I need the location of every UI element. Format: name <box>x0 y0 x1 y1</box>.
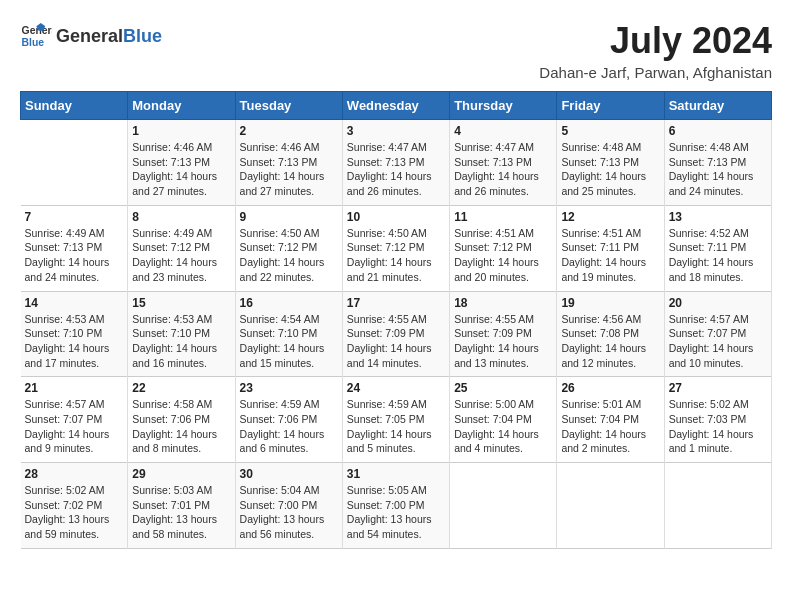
day-header-thursday: Thursday <box>450 92 557 120</box>
month-year-title: July 2024 <box>539 20 772 62</box>
calendar-week-row: 14Sunrise: 4:53 AM Sunset: 7:10 PM Dayli… <box>21 291 772 377</box>
day-number: 5 <box>561 124 659 138</box>
location-subtitle: Dahan-e Jarf, Parwan, Afghanistan <box>539 64 772 81</box>
day-detail: Sunrise: 5:02 AM Sunset: 7:03 PM Dayligh… <box>669 397 767 456</box>
calendar-cell: 24Sunrise: 4:59 AM Sunset: 7:05 PM Dayli… <box>342 377 449 463</box>
day-number: 19 <box>561 296 659 310</box>
calendar-cell: 2Sunrise: 4:46 AM Sunset: 7:13 PM Daylig… <box>235 120 342 206</box>
day-detail: Sunrise: 4:54 AM Sunset: 7:10 PM Dayligh… <box>240 312 338 371</box>
day-number: 1 <box>132 124 230 138</box>
calendar-cell: 15Sunrise: 4:53 AM Sunset: 7:10 PM Dayli… <box>128 291 235 377</box>
logo-general-text: General <box>56 26 123 47</box>
day-number: 13 <box>669 210 767 224</box>
day-detail: Sunrise: 4:57 AM Sunset: 7:07 PM Dayligh… <box>25 397 124 456</box>
calendar-cell: 10Sunrise: 4:50 AM Sunset: 7:12 PM Dayli… <box>342 205 449 291</box>
day-number: 15 <box>132 296 230 310</box>
calendar-cell <box>450 463 557 549</box>
day-detail: Sunrise: 4:50 AM Sunset: 7:12 PM Dayligh… <box>347 226 445 285</box>
day-detail: Sunrise: 4:48 AM Sunset: 7:13 PM Dayligh… <box>561 140 659 199</box>
calendar-cell: 22Sunrise: 4:58 AM Sunset: 7:06 PM Dayli… <box>128 377 235 463</box>
calendar-cell: 7Sunrise: 4:49 AM Sunset: 7:13 PM Daylig… <box>21 205 128 291</box>
day-detail: Sunrise: 4:53 AM Sunset: 7:10 PM Dayligh… <box>132 312 230 371</box>
day-detail: Sunrise: 4:53 AM Sunset: 7:10 PM Dayligh… <box>25 312 124 371</box>
day-number: 22 <box>132 381 230 395</box>
day-detail: Sunrise: 4:50 AM Sunset: 7:12 PM Dayligh… <box>240 226 338 285</box>
calendar-cell: 25Sunrise: 5:00 AM Sunset: 7:04 PM Dayli… <box>450 377 557 463</box>
day-header-monday: Monday <box>128 92 235 120</box>
day-detail: Sunrise: 4:51 AM Sunset: 7:11 PM Dayligh… <box>561 226 659 285</box>
day-detail: Sunrise: 4:59 AM Sunset: 7:05 PM Dayligh… <box>347 397 445 456</box>
day-number: 18 <box>454 296 552 310</box>
calendar-cell <box>21 120 128 206</box>
day-number: 7 <box>25 210 124 224</box>
calendar-cell: 14Sunrise: 4:53 AM Sunset: 7:10 PM Dayli… <box>21 291 128 377</box>
calendar-cell: 31Sunrise: 5:05 AM Sunset: 7:00 PM Dayli… <box>342 463 449 549</box>
calendar-week-row: 7Sunrise: 4:49 AM Sunset: 7:13 PM Daylig… <box>21 205 772 291</box>
day-number: 21 <box>25 381 124 395</box>
calendar-cell: 30Sunrise: 5:04 AM Sunset: 7:00 PM Dayli… <box>235 463 342 549</box>
calendar-cell: 20Sunrise: 4:57 AM Sunset: 7:07 PM Dayli… <box>664 291 771 377</box>
calendar-table: SundayMondayTuesdayWednesdayThursdayFrid… <box>20 91 772 549</box>
calendar-cell: 29Sunrise: 5:03 AM Sunset: 7:01 PM Dayli… <box>128 463 235 549</box>
day-detail: Sunrise: 5:02 AM Sunset: 7:02 PM Dayligh… <box>25 483 124 542</box>
day-detail: Sunrise: 4:55 AM Sunset: 7:09 PM Dayligh… <box>347 312 445 371</box>
day-number: 12 <box>561 210 659 224</box>
svg-text:Blue: Blue <box>22 37 45 48</box>
day-detail: Sunrise: 4:46 AM Sunset: 7:13 PM Dayligh… <box>240 140 338 199</box>
calendar-cell: 5Sunrise: 4:48 AM Sunset: 7:13 PM Daylig… <box>557 120 664 206</box>
day-detail: Sunrise: 4:58 AM Sunset: 7:06 PM Dayligh… <box>132 397 230 456</box>
logo: General Blue General Blue <box>20 20 162 52</box>
day-number: 11 <box>454 210 552 224</box>
calendar-cell: 17Sunrise: 4:55 AM Sunset: 7:09 PM Dayli… <box>342 291 449 377</box>
day-detail: Sunrise: 5:01 AM Sunset: 7:04 PM Dayligh… <box>561 397 659 456</box>
day-detail: Sunrise: 5:00 AM Sunset: 7:04 PM Dayligh… <box>454 397 552 456</box>
day-number: 16 <box>240 296 338 310</box>
calendar-cell: 6Sunrise: 4:48 AM Sunset: 7:13 PM Daylig… <box>664 120 771 206</box>
calendar-cell: 19Sunrise: 4:56 AM Sunset: 7:08 PM Dayli… <box>557 291 664 377</box>
day-detail: Sunrise: 4:48 AM Sunset: 7:13 PM Dayligh… <box>669 140 767 199</box>
day-number: 23 <box>240 381 338 395</box>
day-detail: Sunrise: 4:51 AM Sunset: 7:12 PM Dayligh… <box>454 226 552 285</box>
day-number: 6 <box>669 124 767 138</box>
calendar-cell: 23Sunrise: 4:59 AM Sunset: 7:06 PM Dayli… <box>235 377 342 463</box>
day-number: 9 <box>240 210 338 224</box>
day-number: 28 <box>25 467 124 481</box>
day-detail: Sunrise: 5:03 AM Sunset: 7:01 PM Dayligh… <box>132 483 230 542</box>
day-header-saturday: Saturday <box>664 92 771 120</box>
day-number: 17 <box>347 296 445 310</box>
day-detail: Sunrise: 4:47 AM Sunset: 7:13 PM Dayligh… <box>454 140 552 199</box>
calendar-cell <box>557 463 664 549</box>
day-number: 30 <box>240 467 338 481</box>
day-header-sunday: Sunday <box>21 92 128 120</box>
calendar-cell: 18Sunrise: 4:55 AM Sunset: 7:09 PM Dayli… <box>450 291 557 377</box>
day-number: 14 <box>25 296 124 310</box>
calendar-cell: 3Sunrise: 4:47 AM Sunset: 7:13 PM Daylig… <box>342 120 449 206</box>
calendar-cell: 1Sunrise: 4:46 AM Sunset: 7:13 PM Daylig… <box>128 120 235 206</box>
calendar-cell: 16Sunrise: 4:54 AM Sunset: 7:10 PM Dayli… <box>235 291 342 377</box>
day-detail: Sunrise: 4:49 AM Sunset: 7:13 PM Dayligh… <box>25 226 124 285</box>
day-detail: Sunrise: 5:05 AM Sunset: 7:00 PM Dayligh… <box>347 483 445 542</box>
calendar-cell: 12Sunrise: 4:51 AM Sunset: 7:11 PM Dayli… <box>557 205 664 291</box>
calendar-cell: 28Sunrise: 5:02 AM Sunset: 7:02 PM Dayli… <box>21 463 128 549</box>
logo-blue-text: Blue <box>123 26 162 47</box>
day-detail: Sunrise: 4:59 AM Sunset: 7:06 PM Dayligh… <box>240 397 338 456</box>
day-number: 8 <box>132 210 230 224</box>
day-number: 27 <box>669 381 767 395</box>
day-detail: Sunrise: 4:47 AM Sunset: 7:13 PM Dayligh… <box>347 140 445 199</box>
calendar-header-row: SundayMondayTuesdayWednesdayThursdayFrid… <box>21 92 772 120</box>
calendar-week-row: 28Sunrise: 5:02 AM Sunset: 7:02 PM Dayli… <box>21 463 772 549</box>
day-number: 25 <box>454 381 552 395</box>
calendar-cell: 26Sunrise: 5:01 AM Sunset: 7:04 PM Dayli… <box>557 377 664 463</box>
day-detail: Sunrise: 4:52 AM Sunset: 7:11 PM Dayligh… <box>669 226 767 285</box>
day-header-wednesday: Wednesday <box>342 92 449 120</box>
day-detail: Sunrise: 4:57 AM Sunset: 7:07 PM Dayligh… <box>669 312 767 371</box>
title-area: July 2024 Dahan-e Jarf, Parwan, Afghanis… <box>539 20 772 81</box>
header: General Blue General Blue July 2024 Daha… <box>20 20 772 81</box>
calendar-cell: 9Sunrise: 4:50 AM Sunset: 7:12 PM Daylig… <box>235 205 342 291</box>
calendar-cell: 8Sunrise: 4:49 AM Sunset: 7:12 PM Daylig… <box>128 205 235 291</box>
day-number: 4 <box>454 124 552 138</box>
calendar-cell: 21Sunrise: 4:57 AM Sunset: 7:07 PM Dayli… <box>21 377 128 463</box>
day-number: 29 <box>132 467 230 481</box>
day-header-friday: Friday <box>557 92 664 120</box>
calendar-week-row: 21Sunrise: 4:57 AM Sunset: 7:07 PM Dayli… <box>21 377 772 463</box>
